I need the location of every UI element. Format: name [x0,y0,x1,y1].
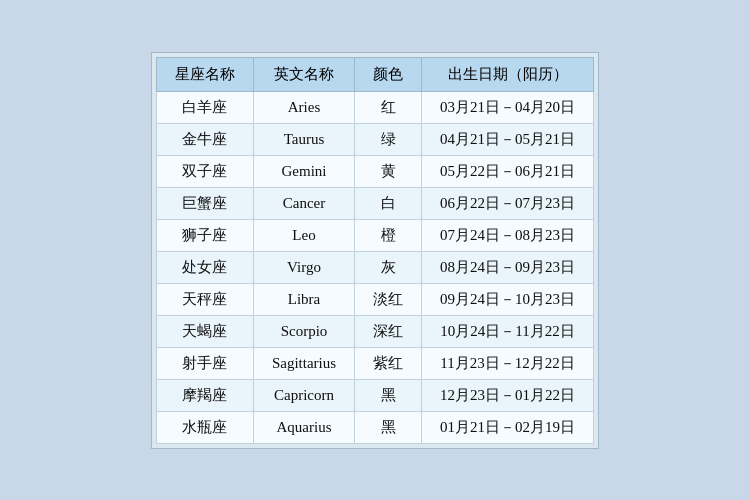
cell-zh: 天蝎座 [156,315,253,347]
cell-en: Scorpio [253,315,354,347]
table-row: 狮子座Leo橙07月24日－08月23日 [156,219,593,251]
cell-zh: 金牛座 [156,123,253,155]
cell-date: 10月24日－11月22日 [422,315,594,347]
cell-zh: 射手座 [156,347,253,379]
table-row: 处女座Virgo灰08月24日－09月23日 [156,251,593,283]
cell-color: 灰 [355,251,422,283]
col-header-en: 英文名称 [253,57,354,91]
cell-date: 05月22日－06月21日 [422,155,594,187]
cell-date: 12月23日－01月22日 [422,379,594,411]
cell-color: 红 [355,91,422,123]
cell-color: 紫红 [355,347,422,379]
cell-zh: 巨蟹座 [156,187,253,219]
table-header-row: 星座名称 英文名称 颜色 出生日期（阳历） [156,57,593,91]
cell-en: Sagittarius [253,347,354,379]
cell-date: 07月24日－08月23日 [422,219,594,251]
cell-en: Aquarius [253,411,354,443]
cell-en: Taurus [253,123,354,155]
col-header-zh: 星座名称 [156,57,253,91]
cell-en: Aries [253,91,354,123]
cell-date: 09月24日－10月23日 [422,283,594,315]
col-header-color: 颜色 [355,57,422,91]
cell-en: Libra [253,283,354,315]
cell-date: 01月21日－02月19日 [422,411,594,443]
cell-zh: 白羊座 [156,91,253,123]
cell-zh: 水瓶座 [156,411,253,443]
cell-color: 淡红 [355,283,422,315]
cell-zh: 摩羯座 [156,379,253,411]
cell-color: 橙 [355,219,422,251]
cell-color: 深红 [355,315,422,347]
cell-zh: 处女座 [156,251,253,283]
cell-date: 11月23日－12月22日 [422,347,594,379]
zodiac-table-wrapper: 星座名称 英文名称 颜色 出生日期（阳历） 白羊座Aries红03月21日－04… [151,52,599,449]
zodiac-table: 星座名称 英文名称 颜色 出生日期（阳历） 白羊座Aries红03月21日－04… [156,57,594,444]
table-row: 双子座Gemini黄05月22日－06月21日 [156,155,593,187]
table-row: 摩羯座Capricorn黑12月23日－01月22日 [156,379,593,411]
table-row: 射手座Sagittarius紫红11月23日－12月22日 [156,347,593,379]
cell-color: 白 [355,187,422,219]
cell-en: Leo [253,219,354,251]
table-row: 巨蟹座Cancer白06月22日－07月23日 [156,187,593,219]
cell-color: 黑 [355,379,422,411]
table-row: 白羊座Aries红03月21日－04月20日 [156,91,593,123]
cell-zh: 双子座 [156,155,253,187]
cell-date: 04月21日－05月21日 [422,123,594,155]
cell-color: 黄 [355,155,422,187]
col-header-date: 出生日期（阳历） [422,57,594,91]
cell-en: Virgo [253,251,354,283]
cell-zh: 狮子座 [156,219,253,251]
cell-date: 08月24日－09月23日 [422,251,594,283]
table-row: 天秤座Libra淡红09月24日－10月23日 [156,283,593,315]
cell-date: 03月21日－04月20日 [422,91,594,123]
cell-zh: 天秤座 [156,283,253,315]
table-row: 水瓶座Aquarius黑01月21日－02月19日 [156,411,593,443]
cell-color: 绿 [355,123,422,155]
cell-en: Cancer [253,187,354,219]
cell-color: 黑 [355,411,422,443]
cell-date: 06月22日－07月23日 [422,187,594,219]
cell-en: Capricorn [253,379,354,411]
cell-en: Gemini [253,155,354,187]
table-row: 天蝎座Scorpio深红10月24日－11月22日 [156,315,593,347]
table-row: 金牛座Taurus绿04月21日－05月21日 [156,123,593,155]
